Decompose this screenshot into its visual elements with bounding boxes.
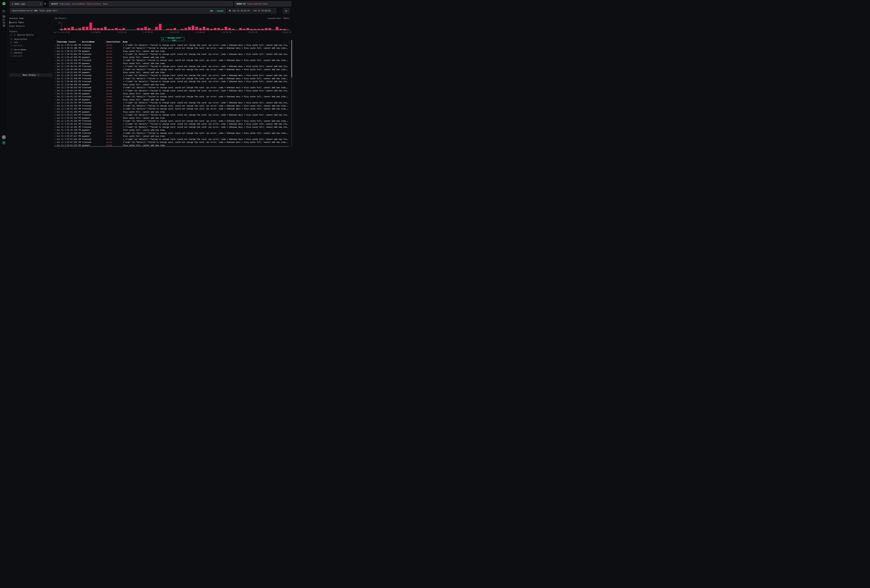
column-resize-grip-icon[interactable] [122, 41, 122, 43]
load-more-servicename[interactable]: Load more [10, 55, 22, 57]
log-source-selector[interactable]: Demo Logs [10, 1, 43, 6]
dashboard-icon[interactable] [3, 24, 5, 27]
table-row[interactable]: Jun 11 1:56:38.534 PMpaymenterrorVisa ca… [54, 62, 290, 65]
table-row[interactable]: Jun 11 1:55:51.448 PMpaymenterrorVisa ca… [54, 110, 290, 113]
row-expand-chevron-icon[interactable] [54, 60, 55, 61]
table-row[interactable]: Jun 11 1:55:16.302 PMfrontenderror× {"co… [54, 126, 290, 128]
row-expand-chevron-icon[interactable] [54, 118, 55, 119]
table-row[interactable]: Jun 11 1:55:16.300 PMfrontenderror{"code… [54, 132, 290, 135]
source-settings-gear-icon[interactable]: ⚙ [43, 2, 46, 5]
more-filters-button[interactable]: More filters [9, 73, 52, 77]
table-row[interactable]: Jun 11 1:55:59.767 PMfrontenderror× {"co… [54, 101, 290, 104]
sidebar-item-results-table[interactable]: Results Table [9, 21, 49, 24]
sidebar-panel-icon[interactable] [3, 10, 5, 13]
horizontal-scrollbar-thumb[interactable] [54, 146, 289, 147]
table-row[interactable]: Jun 11 1:56:51.980 PMfrontenderror{"code… [54, 47, 290, 49]
vertical-scrollbar-thumb[interactable] [291, 40, 292, 77]
row-expand-chevron-icon[interactable] [54, 132, 55, 134]
table-row[interactable]: Jun 11 1:56:03.248 PMpaymenterrorVisa ca… [54, 92, 290, 95]
table-row[interactable]: Jun 11 1:56:03.254 PMfrontenderror× {"co… [54, 89, 290, 92]
row-expand-chevron-icon[interactable] [54, 144, 55, 146]
table-row[interactable]: Jun 11 1:56:32.849 PMfrontenderror× {"co… [54, 74, 290, 77]
table-row[interactable]: Jun 11 1:55:39.330 PMfrontenderror{"code… [54, 119, 290, 122]
row-expand-chevron-icon[interactable] [54, 127, 55, 128]
row-expand-chevron-icon[interactable] [54, 75, 55, 76]
metrics-chart-icon[interactable] [3, 18, 5, 21]
filter-group-severitytext[interactable]: SeverityText [10, 38, 27, 40]
table-row[interactable]: Jun 11 1:55:59.760 PMpaymenterrorVisa ca… [54, 98, 290, 101]
table-row[interactable]: Jun 11 1:56:38.540 PMfrontenderror{"code… [54, 68, 290, 71]
row-expand-chevron-icon[interactable] [54, 51, 55, 52]
table-row[interactable]: Jun 11 1:55:39.324 PMpaymenterrorVisa ca… [54, 116, 290, 119]
table-row[interactable]: Jun 11 1:56:42.995 PMpaymenterrorVisa ca… [54, 56, 290, 59]
run-query-button[interactable] [283, 8, 289, 13]
sidebar-item-event-patterns[interactable]: Event Patterns [9, 24, 49, 28]
vertical-scrollbar[interactable] [291, 40, 292, 147]
table-row[interactable]: Jun 11 1:56:51.982 PMfrontenderror× {"co… [54, 44, 290, 47]
row-expand-chevron-icon[interactable] [54, 124, 55, 125]
table-row[interactable]: Jun 11 1:56:51.975 PMpaymenterrorVisa ca… [54, 50, 290, 53]
table-row[interactable]: Jun 11 1:55:07.841 PMfrontenderror× {"co… [54, 138, 290, 141]
table-row[interactable]: Jun 11 1:56:03.252 PMfrontenderror{"code… [54, 95, 290, 98]
table-row[interactable]: Jun 11 1:56:08.955 PMfrontenderror{"code… [54, 86, 290, 89]
row-expand-chevron-icon[interactable] [54, 93, 55, 94]
table-row[interactable]: Jun 11 1:56:38.542 PMfrontenderror× {"co… [54, 65, 290, 68]
row-expand-chevron-icon[interactable] [54, 114, 55, 116]
column-header-severitytext[interactable]: SeverityText [106, 41, 120, 43]
row-expand-chevron-icon[interactable] [54, 138, 55, 140]
checkout-checkbox[interactable] [10, 52, 12, 54]
search-query-input[interactable]: SeverityText:error AND "Visa cache full"… [10, 8, 226, 13]
lucene-mode-option[interactable]: Lucene [217, 10, 223, 12]
row-expand-chevron-icon[interactable] [54, 57, 55, 58]
column-header-servicename[interactable]: ServiceName [82, 41, 95, 43]
table-row[interactable]: Jun 11 1:56:08.948 PMpaymenterrorVisa ca… [54, 83, 290, 86]
table-options-dots-icon[interactable] [289, 41, 289, 43]
laptop-icon[interactable] [3, 21, 5, 24]
column-resize-grip-icon[interactable] [105, 41, 106, 43]
column-header-body[interactable]: Body [123, 41, 128, 43]
row-expand-chevron-icon[interactable] [54, 87, 55, 88]
table-row[interactable]: Jun 11 1:56:43.001 PMfrontenderror× {"co… [54, 53, 290, 56]
order-by-editor[interactable]: ORDER BY TimestampTime DESC [234, 1, 291, 6]
row-expand-chevron-icon[interactable] [54, 141, 55, 143]
row-expand-chevron-icon[interactable] [54, 99, 55, 100]
row-expand-chevron-icon[interactable] [54, 111, 55, 113]
row-expand-chevron-icon[interactable] [54, 102, 55, 103]
row-expand-chevron-icon[interactable] [54, 84, 55, 85]
table-row[interactable]: Jun 11 1:55:59.765 PMfrontenderror{"code… [54, 104, 290, 107]
table-row[interactable]: Jun 11 1:55:39.331 PMfrontenderror× {"co… [54, 122, 290, 125]
table-row[interactable]: Jun 11 1:56:32.848 PMfrontenderror{"code… [54, 77, 290, 80]
time-range-picker[interactable]: Jun 11 13:41:52 - Jun 11 13:56:52 [227, 8, 276, 13]
sql-mode-option[interactable]: SQL [210, 10, 213, 12]
load-more-severitytext[interactable]: Load more [10, 45, 22, 46]
row-expand-chevron-icon[interactable] [54, 96, 55, 97]
user-avatar[interactable]: U [2, 141, 6, 145]
table-row[interactable]: Jun 11 1:55:07.835 PMfrontenderror{"code… [54, 141, 290, 144]
table-row[interactable]: Jun 11 1:55:51.454 PMfrontenderror× {"co… [54, 113, 290, 116]
row-expand-chevron-icon[interactable] [54, 45, 55, 46]
filter-group-servicename[interactable]: ServiceName [10, 49, 26, 51]
row-expand-chevron-icon[interactable] [54, 78, 55, 79]
row-expand-chevron-icon[interactable] [54, 81, 55, 82]
row-expand-chevron-icon[interactable] [54, 69, 55, 70]
row-expand-chevron-icon[interactable] [54, 108, 55, 109]
row-expand-chevron-icon[interactable] [54, 48, 55, 49]
table-row[interactable]: Jun 11 1:55:07.827 PMpaymenterrorVisa ca… [54, 135, 290, 138]
help-button[interactable]: ? [2, 135, 6, 139]
row-expand-chevron-icon[interactable] [54, 90, 55, 91]
select-query-editor[interactable]: SELECT Timestamp, ServiceName, SeverityT… [49, 1, 233, 6]
logs-explorer-icon[interactable] [3, 15, 5, 18]
row-expand-chevron-icon[interactable] [54, 121, 55, 122]
denoise-checkbox[interactable] [10, 34, 12, 36]
resume-live-tail-button[interactable]: Resume Live Tail [161, 37, 185, 41]
row-expand-chevron-icon[interactable] [54, 54, 55, 55]
row-expand-chevron-icon[interactable] [54, 105, 55, 106]
table-row[interactable]: Jun 11 1:56:32.843 PMpaymenterrorVisa ca… [54, 71, 290, 74]
column-resize-grip-icon[interactable] [80, 41, 81, 43]
app-logo-bolt-icon[interactable] [2, 2, 6, 5]
info-checkbox[interactable] [10, 42, 12, 43]
row-expand-chevron-icon[interactable] [54, 130, 55, 131]
column-header-timestamp[interactable]: Timestamp (Local) [57, 41, 76, 43]
table-row[interactable]: Jun 11 1:56:08.956 PMfrontenderror× {"co… [54, 80, 290, 83]
table-row[interactable]: Jun 11 1:55:16.296 PMpaymenterrorVisa ca… [54, 128, 290, 131]
